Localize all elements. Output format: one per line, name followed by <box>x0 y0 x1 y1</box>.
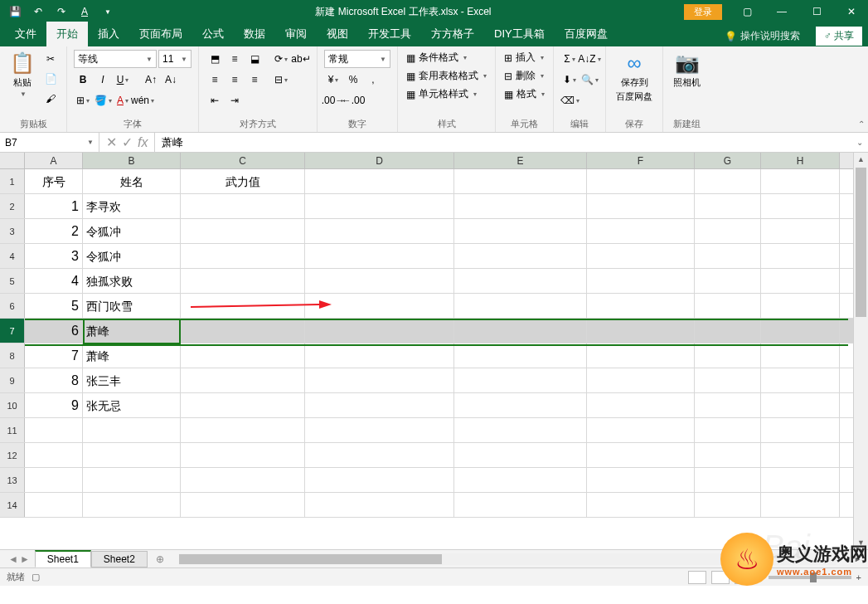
comma-icon[interactable]: , <box>364 71 382 89</box>
zoom-out-icon[interactable]: − <box>758 572 763 582</box>
horizontal-scrollbar[interactable] <box>179 553 836 565</box>
sheet-nav-prev-icon[interactable]: ◄ <box>8 553 18 565</box>
select-all-corner[interactable] <box>0 153 25 168</box>
cell[interactable] <box>181 194 305 218</box>
cell[interactable] <box>454 368 587 392</box>
increase-indent-icon[interactable]: ⇥ <box>225 91 244 110</box>
sheet-tab-1[interactable]: Sheet1 <box>35 550 91 567</box>
tab-data[interactable]: 数据 <box>234 22 275 46</box>
cell[interactable] <box>181 319 305 343</box>
table-row[interactable]: 21李寻欢 <box>0 194 868 219</box>
cell[interactable] <box>695 418 761 442</box>
align-middle-icon[interactable]: ≡ <box>225 50 244 68</box>
minimize-icon[interactable]: — <box>765 0 798 23</box>
table-row[interactable]: 76萧峰 <box>0 319 868 343</box>
underline-button[interactable]: U▾ <box>114 71 132 89</box>
row-header[interactable]: 13 <box>0 468 25 492</box>
cell[interactable] <box>761 194 840 218</box>
cell[interactable] <box>454 343 587 368</box>
table-row[interactable]: 65西门吹雪 <box>0 294 868 319</box>
orientation-icon[interactable]: ⟳▾ <box>272 50 290 68</box>
table-row[interactable]: 1序号姓名武力值 <box>0 169 868 194</box>
cell[interactable] <box>761 343 840 368</box>
percent-icon[interactable]: % <box>344 71 362 89</box>
fill-color-icon[interactable]: 🪣▾ <box>94 91 112 110</box>
table-row[interactable]: 13 <box>0 468 868 493</box>
row-header[interactable]: 2 <box>0 194 25 218</box>
scroll-down-icon[interactable]: ▼ <box>854 536 868 549</box>
new-sheet-icon[interactable]: ⊕ <box>148 553 172 565</box>
zoom-slider[interactable] <box>769 576 851 579</box>
tab-ffgz[interactable]: 方方格子 <box>421 22 484 46</box>
cell[interactable] <box>587 443 695 467</box>
cut-icon[interactable]: ✂ <box>41 50 60 68</box>
cell[interactable] <box>454 443 587 467</box>
col-header-D[interactable]: D <box>305 153 454 168</box>
cell[interactable]: 姓名 <box>83 169 181 193</box>
tab-pagelayout[interactable]: 页面布局 <box>129 22 192 46</box>
cell[interactable]: 5 <box>25 294 83 318</box>
cell[interactable]: 8 <box>25 368 83 392</box>
cell[interactable] <box>761 393 840 417</box>
cell[interactable] <box>305 493 454 517</box>
formula-input[interactable]: 萧峰 <box>155 135 851 150</box>
cell[interactable]: 张无忌 <box>83 393 181 417</box>
redo-icon[interactable]: ↷ <box>51 2 71 22</box>
cell[interactable] <box>305 219 454 243</box>
decrease-indent-icon[interactable]: ⇤ <box>206 91 224 110</box>
cell[interactable] <box>83 468 181 492</box>
cell[interactable] <box>587 393 695 417</box>
row-header[interactable]: 12 <box>0 443 25 467</box>
cell[interactable] <box>761 468 840 492</box>
cell[interactable] <box>761 169 840 193</box>
cell[interactable]: 6 <box>25 319 83 343</box>
cell[interactable] <box>761 319 840 343</box>
table-row[interactable]: 54独孤求败 <box>0 269 868 294</box>
font-color-icon[interactable]: A▾ <box>114 91 132 110</box>
autosum-icon[interactable]: Σ▾ <box>560 50 579 68</box>
share-button[interactable]: ♂ 共享 <box>815 26 863 46</box>
cell[interactable] <box>454 269 587 293</box>
row-header[interactable]: 3 <box>0 219 25 243</box>
insert-cells-button[interactable]: ⊞ 插入 ▾ <box>502 50 546 66</box>
format-as-table-button[interactable]: ▦ 套用表格格式 ▾ <box>405 68 488 84</box>
hscroll-left-icon[interactable]: ◄ <box>843 555 851 563</box>
table-row[interactable]: 98张三丰 <box>0 368 868 393</box>
align-left-icon[interactable]: ≡ <box>206 71 224 89</box>
cell[interactable]: 李寻欢 <box>83 194 181 218</box>
table-row[interactable]: 12 <box>0 443 868 468</box>
cell[interactable] <box>181 493 305 517</box>
cell[interactable] <box>181 468 305 492</box>
clear-icon[interactable]: ⌫▾ <box>560 91 579 110</box>
cell[interactable] <box>587 468 695 492</box>
col-header-C[interactable]: C <box>181 153 305 168</box>
cell[interactable] <box>181 219 305 243</box>
fill-icon[interactable]: ⬇▾ <box>560 71 579 89</box>
cell[interactable] <box>181 393 305 417</box>
tab-file[interactable]: 文件 <box>5 22 46 46</box>
cell[interactable] <box>587 418 695 442</box>
undo-icon[interactable]: ↶ <box>28 2 48 22</box>
cell[interactable] <box>695 169 761 193</box>
delete-cells-button[interactable]: ⊟ 删除 ▾ <box>502 68 546 84</box>
cell[interactable] <box>761 443 840 467</box>
cell[interactable] <box>695 343 761 368</box>
col-header-E[interactable]: E <box>454 153 587 168</box>
cell[interactable] <box>695 194 761 218</box>
cell[interactable] <box>305 393 454 417</box>
cell[interactable]: 序号 <box>25 169 83 193</box>
scroll-thumb[interactable] <box>856 168 866 317</box>
cell[interactable] <box>25 443 83 467</box>
cell[interactable]: 1 <box>25 194 83 218</box>
cell[interactable] <box>454 194 587 218</box>
sheet-nav-next-icon[interactable]: ► <box>20 553 30 565</box>
cell[interactable] <box>761 244 840 268</box>
format-painter-icon[interactable]: 🖌 <box>41 90 60 108</box>
cell[interactable] <box>695 219 761 243</box>
cell[interactable]: 7 <box>25 343 83 368</box>
cell[interactable] <box>587 493 695 517</box>
cell[interactable] <box>695 244 761 268</box>
cell[interactable] <box>305 443 454 467</box>
cell[interactable] <box>454 319 587 343</box>
row-header[interactable]: 10 <box>0 393 25 417</box>
